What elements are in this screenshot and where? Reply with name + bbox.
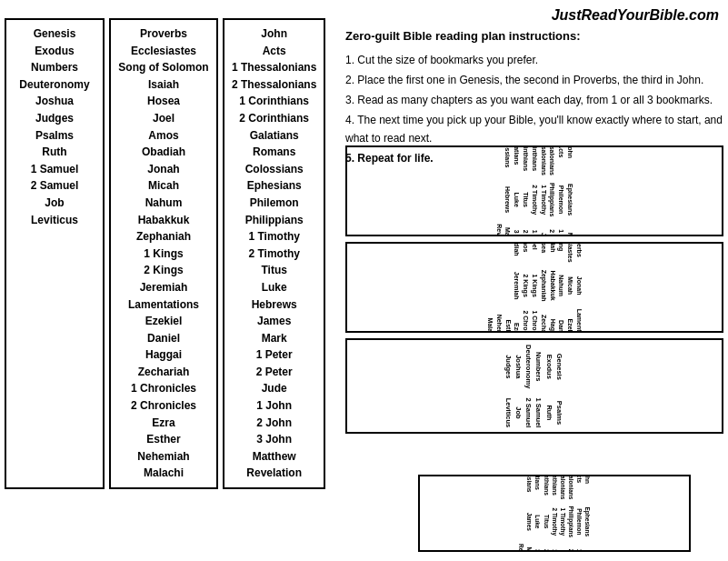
rotated-box-1: JohnActs1 Thessalonians2 Thessalonians1 … — [345, 145, 723, 236]
bookmark1-deuteronomy: Deuteronomy — [14, 76, 95, 94]
rotated-boxes: JohnActs1 Thessalonians2 Thessalonians1 … — [345, 145, 723, 434]
bookmark1-leviticus: Leviticus — [14, 212, 95, 229]
bookmark1-2samuel: 2 Samuel — [14, 177, 95, 195]
small-bookmark: JohnActs1 Thessalonians2 Thessalonians1 … — [418, 475, 691, 552]
bookmark1-joshua: Joshua — [14, 93, 95, 110]
bookmark1-genesis: Genesis — [14, 25, 95, 43]
rotated-box-3: GenesisExodusNumbersDeuteronomyJoshuaJud… — [345, 338, 723, 434]
rotated-box-2: ProverbsEcclesiastesSongIsaiahHoseaJoelA… — [345, 242, 723, 333]
bookmark-column-1: Genesis Exodus Numbers Deuteronomy Joshu… — [5, 18, 105, 489]
instructions-title: Zero-guilt Bible reading plan instructio… — [345, 27, 723, 46]
step-2: 2. Place the first one in Genesis, the s… — [345, 72, 723, 89]
step-4: 4. The next time you pick up your Bible,… — [345, 112, 723, 146]
main-layout: Genesis Exodus Numbers Deuteronomy Joshu… — [5, 18, 325, 489]
step-3: 3. Read as many chapters as you want eac… — [345, 92, 723, 109]
bookmark1-exodus: Exodus — [14, 43, 95, 60]
bookmark-column-2: Proverbs Ecclesiastes Song of Solomon Is… — [109, 18, 218, 489]
bookmark1-job: Job — [14, 195, 95, 212]
bookmark1-judges: Judges — [14, 110, 95, 127]
site-title: JustReadYourBible.com — [552, 7, 719, 24]
bookmark1-ruth: Ruth — [14, 144, 95, 161]
bookmark1-numbers: Numbers — [14, 59, 95, 76]
step-1: 1. Cut the size of bookmarks you prefer. — [345, 52, 723, 69]
bookmark1-psalms: Psalms — [14, 127, 95, 145]
bookmark1-1samuel: 1 Samuel — [14, 161, 95, 178]
small-rotated-text: JohnActs1 Thessalonians2 Thessalonians1 … — [517, 475, 592, 552]
bookmark-column-3: John Acts 1 Thessalonians 2 Thessalonian… — [223, 18, 325, 489]
